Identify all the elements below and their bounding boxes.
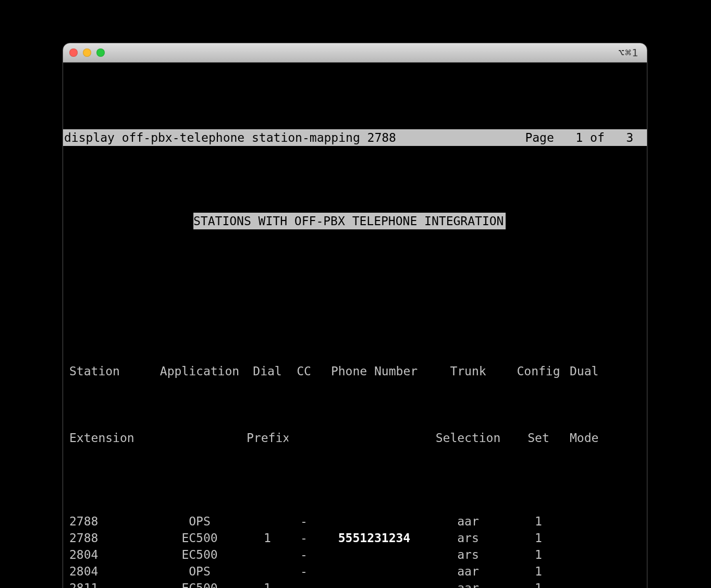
table-row: 2804OPS-aar1 <box>63 563 647 580</box>
cell-app: OPS <box>153 563 247 580</box>
cell-cfg: 1 <box>507 530 570 546</box>
cell-trunk: ars <box>429 546 507 563</box>
cell-cfg: 1 <box>507 513 570 530</box>
header-dial: Dial <box>247 363 288 379</box>
header-cc: CC <box>288 363 320 379</box>
cell-dial <box>247 513 288 530</box>
titlebar[interactable]: ⌥⌘1 <box>63 43 647 63</box>
zoom-icon[interactable] <box>96 48 105 57</box>
cell-app: OPS <box>153 513 247 530</box>
status-bar: display off-pbx-telephone station-mappin… <box>63 129 647 146</box>
cell-phone <box>320 580 429 588</box>
command-text: display off-pbx-telephone station-mappin… <box>63 129 525 146</box>
cell-ext: 2788 <box>69 530 153 546</box>
terminal-window: ⌥⌘1 display off-pbx-telephone station-ma… <box>63 43 647 588</box>
cell-cc: - <box>288 530 320 546</box>
screen-title: STATIONS WITH OFF-PBX TELEPHONE INTEGRAT… <box>193 213 506 229</box>
cell-trunk: ars <box>429 530 507 546</box>
window-shortcut-hint: ⌥⌘1 <box>618 46 641 59</box>
close-icon[interactable] <box>69 48 78 57</box>
cell-dial <box>247 546 288 563</box>
table-row: 2804EC500-ars1 <box>63 546 647 563</box>
table-row: 2788OPS-aar1 <box>63 513 647 530</box>
minimize-icon[interactable] <box>83 48 91 57</box>
column-headers-line1: Station Application Dial CC Phone Number… <box>63 363 647 379</box>
cell-dial: 1 <box>247 530 288 546</box>
page-label: Page <box>525 131 554 144</box>
page-current: 1 <box>575 131 583 144</box>
header-application: Application <box>153 363 247 379</box>
cell-cc: - <box>288 580 320 588</box>
cell-ext: 2811 <box>69 580 153 588</box>
cell-trunk: aar <box>429 580 507 588</box>
cell-app: EC500 <box>153 530 247 546</box>
desktop: ⌥⌘1 display off-pbx-telephone station-ma… <box>0 0 711 588</box>
cell-ext: 2804 <box>69 546 153 563</box>
cell-phone <box>320 513 429 530</box>
cell-dual <box>570 513 617 530</box>
header-config: Config <box>507 363 570 379</box>
cell-cfg: 1 <box>507 563 570 580</box>
header-extension: Extension <box>69 430 153 446</box>
cell-dual <box>570 580 617 588</box>
cell-ext: 2804 <box>69 563 153 580</box>
table-row: 2811EC5001-aar1 <box>63 580 647 588</box>
cell-cc: - <box>288 563 320 580</box>
screen-title-row: STATIONS WITH OFF-PBX TELEPHONE INTEGRAT… <box>63 213 647 229</box>
cell-dual <box>570 563 617 580</box>
header-prefix: Prefix <box>247 430 288 446</box>
cell-phone <box>320 563 429 580</box>
header-mode: Mode <box>570 430 617 446</box>
cell-app: EC500 <box>153 580 247 588</box>
header-station: Station <box>69 363 153 379</box>
table-row: 2788EC5001-5551231234ars1 <box>63 530 647 546</box>
cell-trunk: aar <box>429 513 507 530</box>
header-trunk: Trunk <box>429 363 507 379</box>
page-of: of <box>590 131 605 144</box>
header-selection: Selection <box>429 430 507 446</box>
column-headers-line2: Extension Prefix Selection Set Mode <box>63 430 647 446</box>
header-dual: Dual <box>570 363 617 379</box>
cell-phone: 5551231234 <box>320 530 429 546</box>
page-total: 3 <box>626 131 633 144</box>
cell-trunk: aar <box>429 563 507 580</box>
traffic-lights <box>69 48 105 57</box>
cell-cfg: 1 <box>507 580 570 588</box>
header-phone: Phone Number <box>320 363 429 379</box>
cell-phone <box>320 546 429 563</box>
terminal-content[interactable]: display off-pbx-telephone station-mappin… <box>63 63 647 588</box>
cell-dual <box>570 530 617 546</box>
cell-app: EC500 <box>153 546 247 563</box>
page-indicator: Page 1 of 3 <box>525 129 647 146</box>
cell-cc: - <box>288 513 320 530</box>
cell-dual <box>570 546 617 563</box>
rows-container: 2788OPS-aar12788EC5001-5551231234ars1280… <box>63 513 647 588</box>
header-set: Set <box>507 430 570 446</box>
cell-dial: 1 <box>247 580 288 588</box>
cell-cfg: 1 <box>507 546 570 563</box>
cell-dial <box>247 563 288 580</box>
cell-ext: 2788 <box>69 513 153 530</box>
cell-cc: - <box>288 546 320 563</box>
